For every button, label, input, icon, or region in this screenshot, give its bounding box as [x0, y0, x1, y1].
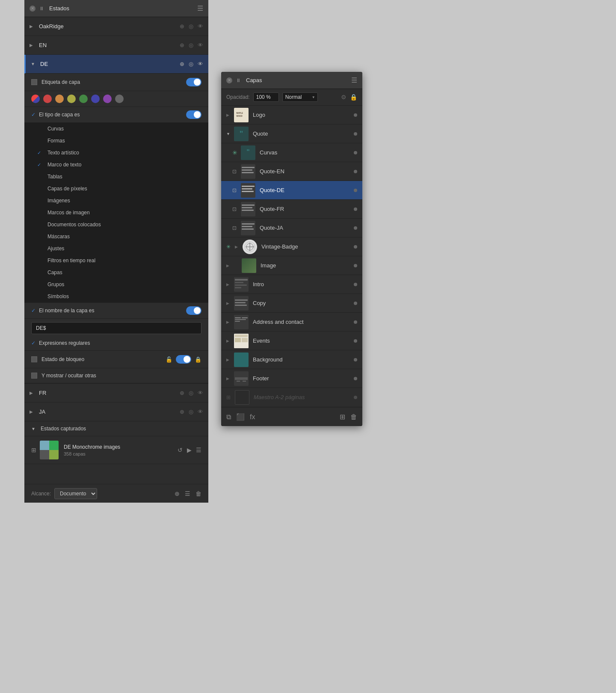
reset-icon[interactable]: ↺: [178, 447, 183, 453]
lock-icon[interactable]: 🔒: [350, 94, 357, 101]
target-icon[interactable]: ⊕: [180, 61, 184, 67]
layer-type-documentos[interactable]: Documentos colocados: [24, 219, 208, 231]
close-button[interactable]: ✕: [30, 6, 36, 12]
layer-type-tablas[interactable]: Tablas: [24, 171, 208, 183]
menu-icon[interactable]: ☰: [197, 4, 203, 12]
svg-rect-9: [242, 204, 255, 206]
layer-type-toggle[interactable]: [186, 110, 201, 119]
visibility-icon[interactable]: 👁: [198, 42, 203, 48]
layer-thumb-image: [242, 258, 256, 273]
target-icon[interactable]: ⊕: [180, 42, 184, 48]
color-special[interactable]: [31, 95, 40, 103]
target-icon[interactable]: ⊕: [180, 409, 184, 415]
layer-item-logo[interactable]: ▶ MAPLE WOOD Logo: [221, 106, 362, 124]
target-icon[interactable]: ⊕: [180, 23, 184, 30]
layer-type-capas[interactable]: Capas: [24, 267, 208, 278]
menu-icon[interactable]: ☰: [351, 76, 357, 84]
state-row-fr[interactable]: ▶ FR ⊕ ◎ 👁: [24, 384, 208, 403]
layer-type-imagenes[interactable]: Imágenes: [24, 195, 208, 207]
pause-button[interactable]: ⏸: [236, 77, 241, 83]
pause-button[interactable]: ⏸: [39, 6, 44, 12]
layer-type-ajustes[interactable]: Ajustes: [24, 243, 208, 255]
delete-layer-icon[interactable]: 🗑: [350, 413, 357, 421]
layer-label-toggle[interactable]: [186, 78, 201, 86]
layer-item-curvas[interactable]: ✳ " Curvas: [221, 143, 362, 162]
layer-item-vintage-badge[interactable]: ✳ ▶ Vintage-Badge: [221, 237, 362, 256]
layer-name-input[interactable]: [31, 322, 201, 334]
gear-icon[interactable]: ⚙: [341, 94, 346, 101]
add-state-icon[interactable]: ⊕: [175, 490, 180, 497]
layer-type-mascaras[interactable]: Máscaras: [24, 231, 208, 243]
color-orange[interactable]: [55, 95, 64, 103]
color-red[interactable]: [43, 95, 52, 103]
svg-rect-29: [242, 317, 248, 318]
layer-item-quote-ja[interactable]: ⊡ Quote-JA: [221, 219, 362, 237]
layer-type-capas-pixeles[interactable]: Capas de píxeles: [24, 183, 208, 195]
layer-item-events[interactable]: ▶ Events: [221, 332, 362, 350]
duplicate-layer-icon[interactable]: ⧉: [226, 413, 231, 421]
layer-type-filtros[interactable]: Filtros en tiempo real: [24, 255, 208, 267]
layer-type-texto-artistico[interactable]: ✓ Texto artístico: [24, 147, 208, 159]
visibility-icon[interactable]: 👁: [198, 390, 203, 396]
blend-mode-select[interactable]: Normal Multiplicar Pantalla: [282, 92, 318, 102]
layer-item-quote-fr[interactable]: ⊡ Quote-FR: [221, 200, 362, 219]
layer-item-background[interactable]: ▶ Background: [221, 350, 362, 369]
visibility-icon[interactable]: 👁: [198, 409, 203, 415]
layer-item-maestro[interactable]: ⊞ Maestro A-2 páginas: [221, 388, 362, 407]
more-icon[interactable]: ☰: [196, 447, 201, 453]
eye-slash-icon[interactable]: ◎: [189, 61, 193, 67]
copy-style-icon[interactable]: ⊞: [340, 413, 345, 421]
layer-item-intro[interactable]: ▶ Intro: [221, 275, 362, 294]
color-green[interactable]: [79, 95, 88, 103]
visibility-icon[interactable]: 👁: [198, 23, 203, 30]
eye-slash-icon[interactable]: ◎: [189, 42, 193, 48]
layer-name-header[interactable]: ✓ El nombre de la capa es: [24, 303, 208, 319]
layer-name-toggle[interactable]: [186, 306, 201, 315]
scope-select[interactable]: Documento Página Selección: [54, 488, 97, 499]
eye-slash-icon[interactable]: ◎: [189, 390, 193, 396]
play-icon[interactable]: ▶: [187, 447, 192, 453]
layer-item-address[interactable]: ▶ Address and contact: [221, 313, 362, 332]
layer-type-simbolos[interactable]: Símbolos: [24, 290, 208, 302]
list-view-icon[interactable]: ☰: [185, 490, 190, 497]
layer-type-marcos-imagen[interactable]: Marcos de imagen: [24, 207, 208, 219]
close-button[interactable]: ✕: [226, 77, 232, 83]
layer-label-checkbox[interactable]: [31, 79, 37, 85]
delete-state-icon[interactable]: 🗑: [195, 490, 201, 497]
color-purple[interactable]: [103, 95, 112, 103]
layer-item-image[interactable]: ▶ Image: [221, 256, 362, 275]
captured-states-header[interactable]: ▼ Estados capturados: [24, 421, 208, 436]
state-row-de[interactable]: ▼ DE ⊕ ◎ 👁: [24, 55, 208, 74]
and-checkbox[interactable]: [31, 373, 37, 379]
layer-name-logo: Logo: [253, 112, 354, 118]
layer-item-quote-en[interactable]: ⊡ Quote-EN: [221, 162, 362, 181]
layer-type-formas[interactable]: Formas: [24, 135, 208, 147]
target-icon[interactable]: ⊕: [180, 390, 184, 396]
lock-toggle[interactable]: [176, 355, 191, 364]
color-gray[interactable]: [115, 95, 124, 103]
eye-slash-icon[interactable]: ◎: [189, 409, 193, 415]
opacity-input[interactable]: [253, 92, 279, 102]
layer-item-quote[interactable]: ▼ " Quote: [221, 124, 362, 143]
color-yellow[interactable]: [67, 95, 76, 103]
expand-icon: ▶: [226, 376, 232, 381]
fx-icon[interactable]: fx: [250, 413, 255, 421]
layer-item-copy[interactable]: ▶ Copy: [221, 294, 362, 313]
layer-type-marco-texto[interactable]: ✓ Marco de texto: [24, 159, 208, 171]
state-row-en[interactable]: ▶ EN ⊕ ◎ 👁: [24, 36, 208, 55]
layer-type-grupos[interactable]: Grupos: [24, 278, 208, 290]
state-row-oakridge[interactable]: ▶ OakRidge ⊕ ◎ 👁: [24, 17, 208, 36]
layer-type-curvas[interactable]: Curvas: [24, 123, 208, 135]
layer-type-header[interactable]: ✓ El tipo de capa es: [24, 107, 208, 123]
layer-item-footer[interactable]: ▶ Footer: [221, 369, 362, 388]
eye-slash-icon[interactable]: ◎: [189, 23, 193, 30]
state-row-ja[interactable]: ▶ JA ⊕ ◎ 👁: [24, 403, 208, 421]
mask-icon[interactable]: ⬛: [236, 413, 245, 421]
layer-thumb-maestro: [235, 390, 249, 405]
lock-checkbox[interactable]: [31, 356, 37, 362]
color-blue[interactable]: [91, 95, 100, 103]
visibility-icon[interactable]: 👁: [198, 61, 203, 67]
state-name-oakridge: OakRidge: [39, 23, 180, 30]
layer-visibility-dot: [354, 320, 357, 324]
layer-item-quote-de[interactable]: ⊡ Quote-DE: [221, 181, 362, 200]
